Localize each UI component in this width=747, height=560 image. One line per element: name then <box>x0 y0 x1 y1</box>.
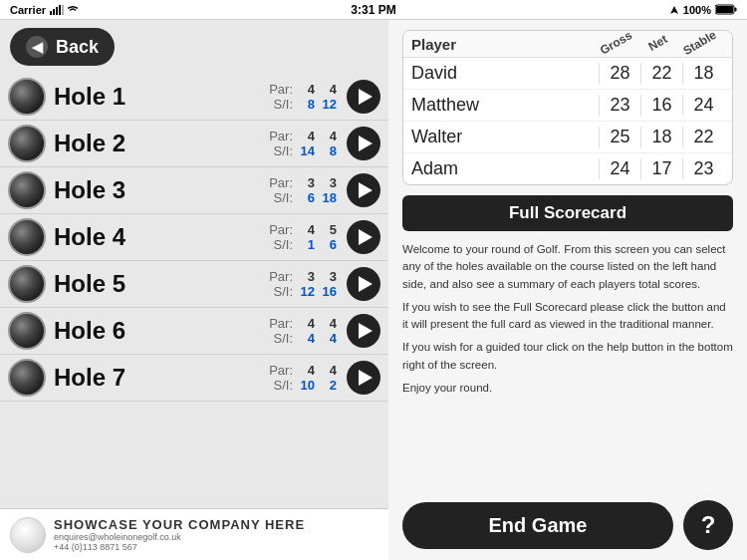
play-triangle-icon <box>359 276 373 292</box>
par-val1: 4 <box>297 129 315 143</box>
signal-icon <box>50 5 64 15</box>
svg-rect-7 <box>716 6 733 13</box>
si-val1: 1 <box>297 237 315 252</box>
golf-ball-logo <box>10 517 46 553</box>
player-name-cell: Adam <box>411 158 599 179</box>
hole-icon <box>8 265 46 303</box>
hole-row: Hole 2 Par: 4 4 S/I: 14 8 <box>0 121 388 167</box>
logo-bar: SHOWCASE YOUR COMPANY HERE enquires@whol… <box>0 508 388 560</box>
play-hole-button[interactable] <box>347 80 380 114</box>
svg-rect-3 <box>59 5 61 15</box>
par-row: Par: 3 3 <box>269 175 337 190</box>
play-hole-button[interactable] <box>347 314 380 348</box>
hole-name: Hole 6 <box>54 317 269 345</box>
hole-list: Hole 1 Par: 4 4 S/I: 8 12 Hole 2 Par: 4 … <box>0 74 388 402</box>
hole-row: Hole 4 Par: 4 5 S/I: 1 6 <box>0 214 388 261</box>
par-row: Par: 4 4 <box>269 316 337 331</box>
back-label: Back <box>56 37 99 58</box>
gross-cell: 23 <box>599 95 640 116</box>
hole-stats: Par: 4 4 S/I: 8 12 <box>269 82 337 112</box>
si-val2: 4 <box>319 331 337 346</box>
hole-name: Hole 1 <box>54 83 269 111</box>
par-val2: 3 <box>319 269 337 284</box>
hole-icon <box>8 171 46 209</box>
carrier-label: Carrier <box>10 4 46 16</box>
player-name-cell: Walter <box>411 127 599 147</box>
wifi-icon <box>68 5 78 15</box>
score-row: Adam 24 17 23 <box>403 153 732 184</box>
play-hole-button[interactable] <box>347 267 380 301</box>
hole-row: Hole 7 Par: 4 4 S/I: 10 2 <box>0 355 388 402</box>
si-label: S/I: <box>273 190 293 205</box>
svg-rect-4 <box>62 5 64 15</box>
play-hole-button[interactable] <box>347 220 380 254</box>
svg-rect-1 <box>53 9 55 15</box>
hole-icon <box>8 312 46 350</box>
play-hole-button[interactable] <box>347 127 380 160</box>
status-left: Carrier <box>10 4 78 16</box>
player-name-cell: David <box>411 63 599 84</box>
full-scorecard-button[interactable]: Full Scorecard <box>402 195 733 231</box>
logo-phone: +44 (0)113 8871 567 <box>54 542 305 552</box>
net-cell: 22 <box>640 63 682 84</box>
play-triangle-icon <box>359 323 373 339</box>
par-row: Par: 3 3 <box>269 269 337 284</box>
hole-icon <box>8 359 46 397</box>
hole-name: Hole 2 <box>54 130 269 157</box>
hole-icon <box>8 218 46 256</box>
par-val1: 4 <box>297 316 315 331</box>
action-bar: End Game ? <box>402 500 733 550</box>
battery-icon <box>715 4 737 15</box>
end-game-button[interactable]: End Game <box>402 502 673 549</box>
description-paragraph: If you wish to see the Full Scorecard pl… <box>402 299 733 334</box>
si-label: S/I: <box>273 97 293 112</box>
hole-stats: Par: 4 4 S/I: 4 4 <box>269 316 337 346</box>
col-net-header: Net <box>636 30 679 60</box>
play-triangle-icon <box>359 89 373 105</box>
score-rows: David 28 22 18 Matthew 23 16 24 Walter 2… <box>403 58 732 184</box>
hole-stats: Par: 4 4 S/I: 14 8 <box>269 129 337 158</box>
play-triangle-icon <box>359 229 373 245</box>
hole-icon <box>8 78 46 116</box>
play-hole-button[interactable] <box>347 173 380 207</box>
hole-name: Hole 4 <box>54 223 269 251</box>
help-button[interactable]: ? <box>683 500 733 550</box>
svg-rect-2 <box>56 7 58 15</box>
si-val2: 6 <box>319 237 337 252</box>
si-label: S/I: <box>273 143 293 158</box>
par-label: Par: <box>269 175 293 190</box>
hole-stats: Par: 4 4 S/I: 10 2 <box>269 363 337 393</box>
si-row: S/I: 6 18 <box>273 190 337 205</box>
logo-text: SHOWCASE YOUR COMPANY HERE enquires@whol… <box>54 517 305 552</box>
hole-name: Hole 7 <box>54 364 269 392</box>
par-val2: 4 <box>319 316 337 331</box>
back-button[interactable]: ◀ Back <box>10 28 115 66</box>
si-row: S/I: 1 6 <box>273 237 337 252</box>
si-val2: 2 <box>319 378 337 393</box>
play-triangle-icon <box>359 182 373 198</box>
hole-stats: Par: 3 3 S/I: 12 16 <box>269 269 337 299</box>
left-panel: ◀ Back Hole 1 Par: 4 4 S/I: 8 12 Hole 2 <box>0 20 388 560</box>
score-row: Matthew 23 16 24 <box>403 90 732 122</box>
play-hole-button[interactable] <box>347 361 380 395</box>
description-paragraph: Enjoy your round. <box>402 380 733 397</box>
par-val1: 4 <box>297 363 315 378</box>
score-row: Walter 25 18 22 <box>403 122 732 153</box>
player-name-cell: Matthew <box>411 95 599 116</box>
location-icon <box>669 5 679 15</box>
par-label: Par: <box>269 82 293 97</box>
gross-cell: 25 <box>599 127 640 147</box>
net-cell: 18 <box>640 127 682 147</box>
si-row: S/I: 10 2 <box>273 378 337 393</box>
hole-row: Hole 1 Par: 4 4 S/I: 8 12 <box>0 74 388 121</box>
main-container: ◀ Back Hole 1 Par: 4 4 S/I: 8 12 Hole 2 <box>0 20 747 560</box>
par-label: Par: <box>269 129 293 143</box>
si-val1: 12 <box>297 284 315 299</box>
hole-icon <box>8 125 46 162</box>
si-val2: 8 <box>319 143 337 158</box>
si-val2: 16 <box>319 284 337 299</box>
si-val1: 8 <box>297 97 315 112</box>
par-val2: 4 <box>319 82 337 97</box>
si-val1: 10 <box>297 378 315 393</box>
description-area: Welcome to your round of Golf. From this… <box>402 241 733 490</box>
